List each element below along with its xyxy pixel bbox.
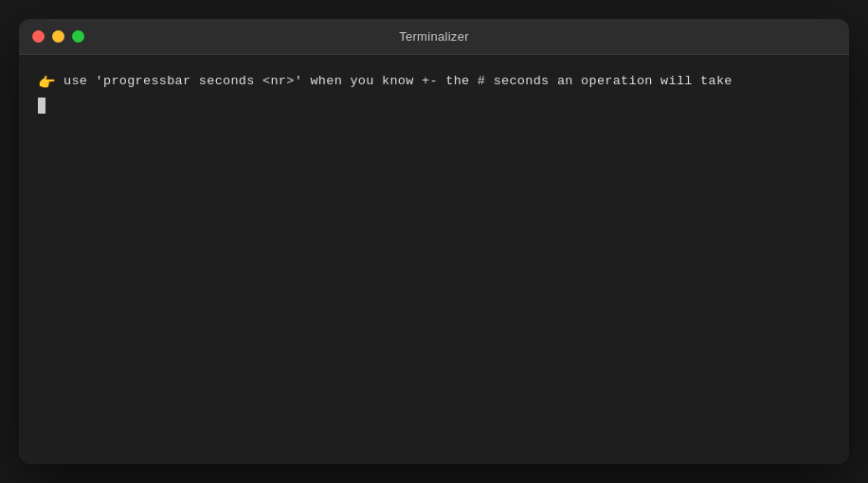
title-bar: Terminalizer [19,19,849,55]
minimize-button[interactable] [52,30,64,43]
maximize-button[interactable] [72,30,84,43]
window-controls [32,30,84,43]
terminal-output-text: use 'progressbar seconds <nr>' when you … [63,72,732,91]
close-button[interactable] [32,30,45,43]
terminal-line-1: 👉 use 'progressbar seconds <nr>' when yo… [38,72,830,94]
terminal-cursor [38,98,45,114]
terminal-window: Terminalizer 👉 use 'progressbar seconds … [19,19,849,464]
terminal-body[interactable]: 👉 use 'progressbar seconds <nr>' when yo… [19,55,849,464]
window-title: Terminalizer [399,29,469,44]
prompt-emoji: 👉 [38,72,56,94]
cursor-line [38,98,830,114]
